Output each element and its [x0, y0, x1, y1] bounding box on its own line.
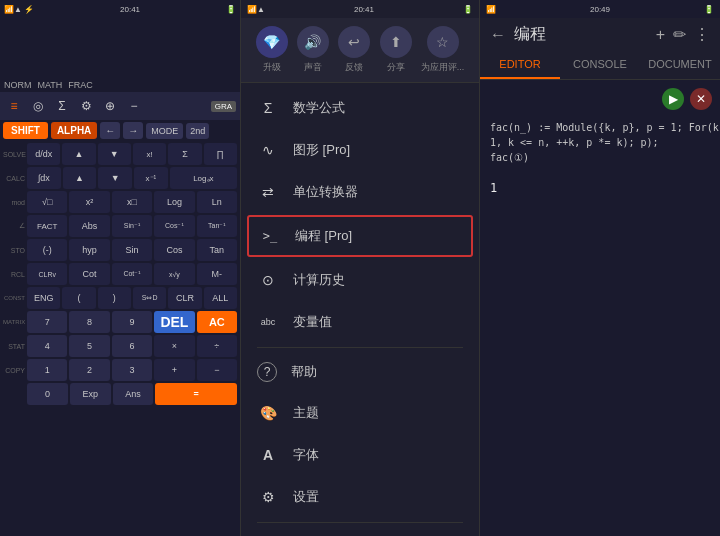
btn-log[interactable]: Log — [154, 191, 194, 213]
menu-rate-icon[interactable]: ☆ 为应用评... — [421, 26, 465, 74]
btn-plus[interactable]: + — [154, 359, 194, 381]
more-icon[interactable]: ⋮ — [694, 25, 710, 44]
menu-feedback-icon[interactable]: ↩ 反馈 — [338, 26, 370, 74]
editor-output: 1 — [490, 181, 710, 195]
menu-item-font[interactable]: A 字体 — [241, 434, 479, 476]
btn-acot[interactable]: Cot⁻¹ — [112, 263, 152, 285]
play-button[interactable]: ▶ — [662, 88, 684, 110]
btn-open[interactable]: ( — [62, 287, 95, 309]
btn-loga[interactable]: Logₐx — [170, 167, 237, 189]
feedback-label: 反馈 — [345, 61, 363, 74]
btn-neg[interactable]: (-) — [27, 239, 67, 261]
btn-ac[interactable]: AC — [197, 311, 237, 333]
calc-row-angle: ∠ FACT Abs Sin⁻¹ Cos⁻¹ Tan⁻¹ — [3, 215, 237, 237]
alpha-button[interactable]: ALPHA — [51, 122, 97, 139]
theme-label: 主题 — [293, 404, 319, 422]
btn-tan[interactable]: Tan — [197, 239, 237, 261]
btn-7[interactable]: 7 — [27, 311, 67, 333]
btn-integral[interactable]: ∫dx — [27, 167, 61, 189]
btn-xn[interactable]: x□ — [112, 191, 152, 213]
tab-console[interactable]: CONSOLE — [560, 51, 640, 79]
btn-down2[interactable]: ▼ — [98, 167, 132, 189]
editor-action-icons: ▶ ✕ — [662, 88, 712, 110]
btn-clrv[interactable]: CLRv — [27, 263, 67, 285]
btn-minus[interactable]: − — [197, 359, 237, 381]
btn-1[interactable]: 1 — [27, 359, 67, 381]
add-icon[interactable]: + — [656, 26, 665, 44]
plus-circle-icon[interactable]: ⊕ — [100, 96, 120, 116]
sigma-icon[interactable]: Σ — [52, 96, 72, 116]
btn-divide[interactable]: ÷ — [197, 335, 237, 357]
btn-xrooty[interactable]: x√y — [154, 263, 194, 285]
tab-editor[interactable]: EDITOR — [480, 51, 560, 79]
edit-icon[interactable]: ✏ — [673, 25, 686, 44]
second-button[interactable]: 2nd — [186, 123, 209, 139]
arrow-left-button[interactable]: ← — [100, 122, 120, 139]
btn-ln[interactable]: Ln — [197, 191, 237, 213]
tab-document[interactable]: DOCUMENT — [640, 51, 720, 79]
menu-item-graphics[interactable]: ∿ 图形 [Pro] — [241, 129, 479, 171]
menu-item-program[interactable]: >_ 编程 [Pro] — [247, 215, 473, 257]
btn-0[interactable]: 0 — [27, 383, 68, 405]
btn-2[interactable]: 2 — [69, 359, 109, 381]
btn-abs[interactable]: Abs — [69, 215, 109, 237]
gear-icon[interactable]: ⚙ — [76, 96, 96, 116]
shift-button[interactable]: SHIFT — [3, 122, 48, 139]
menu-item-theme[interactable]: 🎨 主题 — [241, 392, 479, 434]
btn-asin[interactable]: Sin⁻¹ — [112, 215, 152, 237]
menu-separator-2 — [257, 522, 463, 523]
btn-sqrt[interactable]: √□ — [27, 191, 67, 213]
btn-sigma[interactable]: Σ — [168, 143, 201, 165]
btn-atan[interactable]: Tan⁻¹ — [197, 215, 237, 237]
btn-times[interactable]: × — [154, 335, 194, 357]
btn-cos[interactable]: Cos — [154, 239, 194, 261]
btn-3[interactable]: 3 — [112, 359, 152, 381]
btn-hyp[interactable]: hyp — [69, 239, 109, 261]
btn-fact[interactable]: FACT — [27, 215, 67, 237]
btn-clr[interactable]: CLR — [168, 287, 201, 309]
btn-8[interactable]: 8 — [69, 311, 109, 333]
btn-xfact[interactable]: x! — [133, 143, 166, 165]
menu-sound-icon[interactable]: 🔊 声音 — [297, 26, 329, 74]
menu-item-settings[interactable]: ⚙ 设置 — [241, 476, 479, 518]
calc-row-rcl: RCL CLRv Cot Cot⁻¹ x√y M- — [3, 263, 237, 285]
btn-4[interactable]: 4 — [27, 335, 67, 357]
arrow-right-button[interactable]: → — [123, 122, 143, 139]
menu-upgrade-icon[interactable]: 💎 升级 — [256, 26, 288, 74]
btn-xinverse[interactable]: x⁻¹ — [134, 167, 168, 189]
menu-share-icon[interactable]: ⬆ 分享 — [380, 26, 412, 74]
menu-item-help[interactable]: ? 帮助 — [241, 352, 479, 392]
btn-all[interactable]: ALL — [204, 287, 237, 309]
btn-x2[interactable]: x² — [69, 191, 109, 213]
menu-item-unit[interactable]: ⇄ 单位转换器 — [241, 171, 479, 213]
btn-mminus[interactable]: M- — [197, 263, 237, 285]
back-button[interactable]: ← — [490, 26, 506, 44]
menu-item-formula[interactable]: Σ 数学公式 — [241, 87, 479, 129]
circle-icon[interactable]: ◎ — [28, 96, 48, 116]
btn-up2[interactable]: ▲ — [63, 167, 97, 189]
btn-ans[interactable]: Ans — [113, 383, 154, 405]
btn-sin[interactable]: Sin — [112, 239, 152, 261]
btn-equals[interactable]: = — [155, 383, 237, 405]
menu-item-variables[interactable]: abc 变量值 — [241, 301, 479, 343]
minus-icon[interactable]: − — [124, 96, 144, 116]
menu-item-full-keyboard[interactable]: ⌨ 完整键盘 — [241, 527, 479, 536]
btn-std[interactable]: S⇔D — [133, 287, 166, 309]
btn-close[interactable]: ) — [98, 287, 131, 309]
btn-up1[interactable]: ▲ — [62, 143, 95, 165]
btn-eng[interactable]: ENG — [27, 287, 60, 309]
btn-ddx[interactable]: d/dx — [27, 143, 60, 165]
btn-del[interactable]: DEL — [154, 311, 194, 333]
btn-5[interactable]: 5 — [69, 335, 109, 357]
btn-cot[interactable]: Cot — [69, 263, 109, 285]
btn-9[interactable]: 9 — [112, 311, 152, 333]
menu-icon[interactable]: ≡ — [4, 96, 24, 116]
btn-down1[interactable]: ▼ — [98, 143, 131, 165]
btn-exp[interactable]: Exp — [70, 383, 111, 405]
btn-pi[interactable]: ∏ — [204, 143, 237, 165]
stop-button[interactable]: ✕ — [690, 88, 712, 110]
menu-item-history[interactable]: ⊙ 计算历史 — [241, 259, 479, 301]
mode-button[interactable]: MODE — [146, 123, 183, 139]
btn-6[interactable]: 6 — [112, 335, 152, 357]
btn-acos[interactable]: Cos⁻¹ — [154, 215, 194, 237]
